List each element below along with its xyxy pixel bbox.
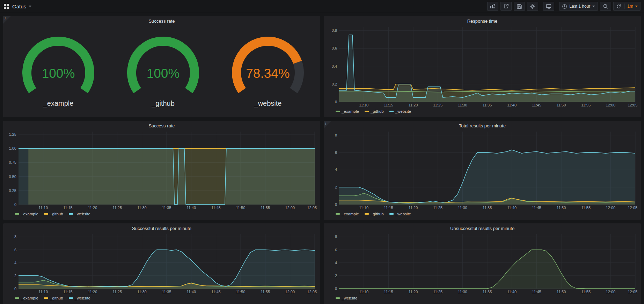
svg-text:12:00: 12:00 xyxy=(285,206,295,210)
svg-text:8: 8 xyxy=(335,133,337,137)
panel-success-rate-timeseries: Success rate 00.250.500.751.001.2511:101… xyxy=(3,120,321,220)
refresh-button[interactable]: 1m xyxy=(613,2,641,11)
share-button[interactable] xyxy=(500,2,512,11)
panel-title[interactable]: Unsuccessful results per minute xyxy=(324,223,641,232)
panel-title[interactable]: Total results per minute xyxy=(324,121,641,129)
svg-text:11:20: 11:20 xyxy=(88,206,97,210)
dashboards-grid-icon[interactable] xyxy=(3,3,9,9)
save-icon xyxy=(517,3,522,9)
svg-text:12:00: 12:00 xyxy=(606,206,616,210)
panel-title[interactable]: Success rate xyxy=(3,16,320,25)
legend-item-_github[interactable]: _github xyxy=(365,109,384,113)
legend-item-_website[interactable]: _website xyxy=(389,212,411,216)
gauge-_example: 100%_example xyxy=(6,34,111,107)
svg-text:11:45: 11:45 xyxy=(532,206,541,210)
legend-color-swatch xyxy=(336,213,340,215)
legend-color-swatch xyxy=(15,213,19,215)
legend-label: _website xyxy=(75,212,90,216)
svg-text:11:45: 11:45 xyxy=(532,103,541,107)
panel-title[interactable]: Successful results per minute xyxy=(3,223,320,232)
add-panel-button[interactable] xyxy=(487,2,498,11)
svg-text:100%: 100% xyxy=(42,66,75,81)
svg-text:0.2: 0.2 xyxy=(332,82,337,86)
zoom-out-icon xyxy=(603,3,608,9)
total-results-chart[interactable]: 0246811:1011:1511:2011:2511:3011:3511:40… xyxy=(327,129,638,210)
legend-item-_website[interactable]: _website xyxy=(389,109,411,113)
legend-item-_website[interactable]: _website xyxy=(336,296,357,300)
svg-text:11:30: 11:30 xyxy=(458,290,467,294)
legend-item-_example[interactable]: _example xyxy=(336,109,359,113)
zoom-out-button[interactable] xyxy=(600,2,611,11)
legend-item-_example[interactable]: _example xyxy=(15,212,38,216)
svg-text:0.8: 0.8 xyxy=(332,28,337,32)
dashboard-title-button[interactable]: Gatus xyxy=(12,3,31,9)
svg-text:11:40: 11:40 xyxy=(186,290,196,294)
legend-color-swatch xyxy=(69,213,73,215)
navbar-left: Gatus xyxy=(3,3,31,9)
legend-item-_website[interactable]: _website xyxy=(69,296,90,300)
save-button[interactable] xyxy=(514,2,525,11)
svg-text:11:55: 11:55 xyxy=(261,290,270,294)
panel-info-icon[interactable]: i xyxy=(3,16,11,24)
legend-label: _website xyxy=(342,296,357,300)
time-range-label: Last 1 hour xyxy=(569,4,590,9)
panel-title[interactable]: Response time xyxy=(324,16,641,25)
svg-text:6: 6 xyxy=(335,150,337,155)
gauge-label: _github xyxy=(152,99,175,107)
legend-item-_github[interactable]: _github xyxy=(44,212,63,216)
chart-legend: _website xyxy=(327,295,638,303)
svg-text:11:35: 11:35 xyxy=(483,103,492,107)
svg-text:1.25: 1.25 xyxy=(9,132,16,136)
successful-results-chart[interactable]: 0246811:1011:1511:2011:2511:3011:3511:40… xyxy=(6,232,317,295)
legend-color-swatch xyxy=(336,297,340,299)
svg-text:0: 0 xyxy=(335,202,337,207)
legend-item-_github[interactable]: _github xyxy=(365,212,384,216)
svg-text:11:45: 11:45 xyxy=(211,290,221,294)
panel-info-icon[interactable]: i xyxy=(324,121,331,128)
legend-label: _github xyxy=(50,296,63,300)
legend-item-_github[interactable]: _github xyxy=(44,296,63,300)
svg-text:0: 0 xyxy=(14,202,16,207)
panel-title[interactable]: Success rate xyxy=(3,121,320,129)
navbar: Gatus Last 1 ho xyxy=(0,0,644,13)
svg-text:11:10: 11:10 xyxy=(38,290,48,294)
time-range-picker[interactable]: Last 1 hour xyxy=(559,2,598,11)
success-rate-chart[interactable]: 00.250.500.751.001.2511:1011:1511:2011:2… xyxy=(6,129,317,210)
panel-total-results: i Total results per minute 0246811:1011:… xyxy=(323,120,641,220)
svg-text:0.25: 0.25 xyxy=(9,188,16,193)
chart-svg: 0246811:1011:1511:2011:2511:3011:3511:40… xyxy=(327,129,638,210)
svg-text:0.6: 0.6 xyxy=(332,46,337,50)
response-time-chart[interactable]: 00.20.40.60.811:1011:1511:2011:2511:3011… xyxy=(327,25,638,108)
tv-mode-button[interactable] xyxy=(543,2,554,11)
svg-text:12:00: 12:00 xyxy=(606,290,616,294)
svg-text:11:25: 11:25 xyxy=(433,290,442,294)
chevron-down-icon xyxy=(29,6,31,7)
share-icon xyxy=(503,3,509,9)
legend-color-swatch xyxy=(69,297,73,299)
legend-item-_website[interactable]: _website xyxy=(69,212,90,216)
legend-color-swatch xyxy=(15,297,19,299)
chart-svg: 00.20.40.60.811:1011:1511:2011:2511:3011… xyxy=(327,25,638,108)
legend-label: _example xyxy=(21,212,38,216)
refresh-interval-picker[interactable]: 1m xyxy=(624,3,638,9)
chart-svg: 0246811:1011:1511:2011:2511:3011:3511:40… xyxy=(6,232,317,295)
gauge-label: _website xyxy=(254,99,282,107)
svg-text:11:55: 11:55 xyxy=(581,103,591,107)
svg-text:11:25: 11:25 xyxy=(112,290,122,294)
svg-text:11:30: 11:30 xyxy=(458,103,467,107)
legend-item-_example[interactable]: _example xyxy=(336,212,359,216)
legend-label: _github xyxy=(371,109,384,113)
unsuccessful-results-chart[interactable]: 0246811:1011:1511:2011:2511:3011:3511:40… xyxy=(327,232,638,295)
legend-label: _website xyxy=(395,109,411,113)
svg-text:11:10: 11:10 xyxy=(359,103,368,107)
svg-text:11:20: 11:20 xyxy=(409,290,418,294)
legend-color-swatch xyxy=(389,111,394,112)
svg-text:11:55: 11:55 xyxy=(261,206,270,210)
chart-legend: _example_github_website xyxy=(327,210,638,218)
legend-item-_example[interactable]: _example xyxy=(15,296,38,300)
svg-text:2: 2 xyxy=(335,274,337,278)
svg-text:0.50: 0.50 xyxy=(9,175,16,179)
svg-text:8: 8 xyxy=(14,235,16,239)
settings-button[interactable] xyxy=(527,2,538,11)
svg-text:11:25: 11:25 xyxy=(433,103,442,107)
